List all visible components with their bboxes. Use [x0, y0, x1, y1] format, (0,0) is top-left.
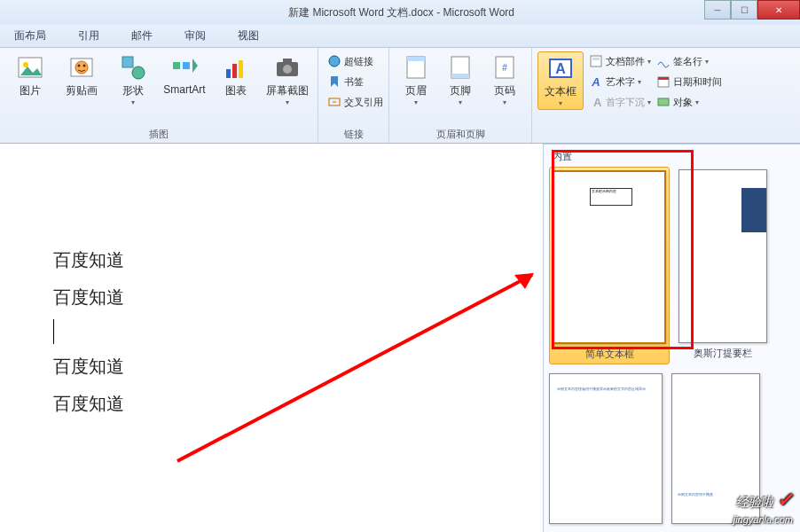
doc-line: 百度知道 [53, 385, 124, 422]
shapes-icon [119, 53, 147, 82]
svg-rect-27 [592, 58, 600, 60]
wordart-button[interactable]: A艺术字 ▾ [589, 72, 651, 91]
signature-icon [656, 54, 671, 68]
group-text: A 文本框▾ 文档部件 ▾ A艺术字 ▾ A首字下沉 ▾ 签名行 ▾ 日期和时间… [532, 48, 727, 143]
close-button[interactable]: ✕ [757, 0, 800, 20]
group-illustrations: 图片 剪贴画 形状▾ SmartArt 图表 屏幕截图▾ [0, 48, 318, 143]
crossref-label: 交叉引用 [344, 96, 383, 109]
window-title: 新建 Microsoft Word 文档.docx - Microsoft Wo… [6, 5, 796, 20]
text-cursor [53, 319, 54, 344]
minimize-button[interactable]: ─ [704, 0, 731, 20]
shapes-button[interactable]: 形状▾ [108, 51, 158, 108]
thumb-austin-label: 奥斯汀提要栏 [694, 347, 752, 360]
thumb-3: 示例文本内容段落用于预览显示效果的文字内容区域显示 [549, 373, 663, 524]
pagenumber-button[interactable]: # 页码▾ [483, 51, 526, 108]
watermark: 经验啦 ✓ jingyanla.com [733, 489, 793, 527]
tab-pagelayout[interactable]: 面布局 [7, 27, 53, 45]
screenshot-button[interactable]: 屏幕截图▾ [263, 51, 312, 108]
object-icon [656, 95, 671, 109]
ribbon: 图片 剪贴画 形状▾ SmartArt 图表 屏幕截图▾ [0, 48, 800, 144]
svg-rect-6 [122, 57, 133, 67]
header-button[interactable]: 页眉▾ [395, 51, 437, 108]
crossref-icon [327, 95, 341, 109]
clipart-button[interactable]: 剪贴画 [57, 51, 106, 100]
quickparts-label: 文档部件 [606, 55, 645, 68]
textbox-icon: A [546, 54, 575, 82]
tab-mailings[interactable]: 邮件 [124, 27, 160, 45]
svg-text:A: A [593, 96, 602, 109]
smartart-label: SmartArt [163, 83, 205, 96]
gallery-item-3[interactable]: 示例文本内容段落用于预览显示效果的文字内容区域显示 [549, 373, 663, 524]
svg-rect-21 [451, 74, 469, 78]
svg-point-4 [78, 65, 81, 67]
gallery-item-simple[interactable]: 文本框示例内容 简单文本框 [549, 167, 670, 364]
svg-rect-15 [283, 59, 292, 63]
hyperlink-label: 超链接 [344, 55, 373, 68]
chart-icon [222, 53, 250, 82]
tab-review[interactable]: 审阅 [177, 27, 213, 45]
doc-line: 百度知道 [53, 348, 124, 385]
object-button[interactable]: 对象 ▾ [656, 92, 722, 112]
crossref-button[interactable]: 交叉引用 [327, 92, 383, 112]
svg-rect-26 [591, 56, 601, 66]
dropcap-label: 首字下沉 [606, 96, 645, 109]
thumb-simple: 文本框示例内容 [553, 170, 666, 344]
textbox-button[interactable]: A 文本框▾ [537, 51, 584, 110]
svg-point-16 [329, 56, 340, 66]
group-headerfooter-label: 页眉和页脚 [395, 126, 526, 141]
svg-rect-9 [183, 62, 190, 69]
svg-rect-31 [658, 77, 669, 80]
datetime-button[interactable]: 日期和时间 [656, 72, 722, 91]
wordart-label: 艺术字 [606, 75, 635, 89]
document-page[interactable]: 百度知道 百度知道 百度知道 百度知道 [0, 144, 124, 532]
footer-label: 页脚 [450, 83, 471, 98]
group-links: 超链接 书签 交叉引用 链接 [318, 48, 389, 143]
clipart-label: 剪贴画 [66, 83, 98, 98]
watermark-brand: 经验啦 [736, 495, 773, 509]
svg-rect-8 [173, 62, 180, 69]
group-headerfooter: 页眉▾ 页脚▾ # 页码▾ 页眉和页脚 [389, 48, 532, 143]
chart-label: 图表 [225, 83, 247, 98]
smartart-button[interactable]: SmartArt [160, 51, 209, 98]
gallery-item-austin[interactable]: 奥斯汀提要栏 [678, 169, 767, 364]
hyperlink-icon [327, 54, 341, 68]
footer-button[interactable]: 页脚▾ [439, 51, 482, 108]
gallery-header: 内置 [549, 148, 800, 165]
svg-text:A: A [555, 61, 566, 76]
dropcap-icon: A [589, 95, 603, 109]
pagenumber-icon: # [490, 53, 519, 82]
datetime-icon [656, 74, 671, 89]
bookmark-button[interactable]: 书签 [327, 72, 383, 91]
signature-label: 签名行 [673, 55, 702, 68]
svg-text:A: A [591, 75, 600, 89]
quickparts-button[interactable]: 文档部件 ▾ [589, 51, 651, 71]
svg-point-1 [23, 62, 28, 67]
signature-button[interactable]: 签名行 ▾ [656, 51, 722, 71]
doc-line: 百度知道 [53, 241, 124, 278]
svg-point-7 [132, 66, 145, 79]
tab-view[interactable]: 视图 [231, 27, 266, 45]
svg-point-14 [283, 65, 292, 74]
bookmark-label: 书签 [344, 75, 364, 89]
bookmark-icon [327, 74, 341, 89]
maximize-button[interactable]: ☐ [731, 0, 757, 20]
ribbon-tabs: 面布局 引用 邮件 审阅 视图 [0, 25, 800, 48]
thumb-austin [678, 169, 767, 343]
hyperlink-button[interactable]: 超链接 [327, 51, 383, 71]
svg-rect-19 [407, 57, 425, 61]
header-label: 页眉 [405, 83, 427, 98]
app-name: Microsoft Word [443, 6, 514, 19]
chart-button[interactable]: 图表 [211, 51, 261, 100]
svg-text:#: # [502, 63, 507, 73]
svg-rect-12 [239, 60, 243, 78]
title-bar: 新建 Microsoft Word 文档.docx - Microsoft Wo… [0, 0, 800, 25]
picture-button[interactable]: 图片 [5, 51, 55, 100]
watermark-url: jingyanla.com [733, 514, 793, 525]
quickparts-icon [589, 54, 603, 68]
group-illustrations-label: 插图 [5, 126, 312, 141]
doc-name: 新建 Microsoft Word 文档.docx [288, 6, 434, 19]
textbox-gallery: 内置 文本框示例内容 简单文本框 奥斯汀提要栏 示例文本内容段落用于预览显示效果… [543, 144, 800, 532]
smartart-icon [170, 53, 199, 82]
dropcap-button[interactable]: A首字下沉 ▾ [589, 92, 651, 112]
tab-references[interactable]: 引用 [71, 27, 106, 45]
